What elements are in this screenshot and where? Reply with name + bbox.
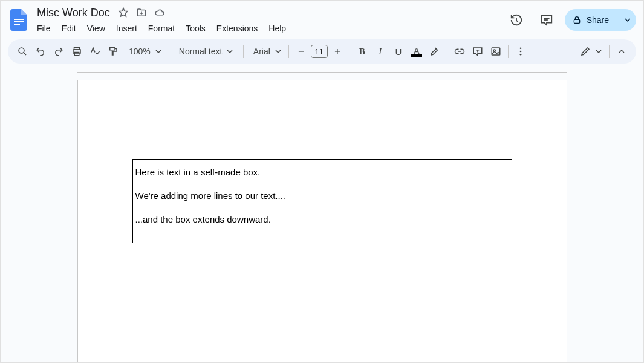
svg-point-18 (519, 47, 521, 49)
svg-point-19 (519, 51, 521, 53)
redo-icon[interactable] (50, 43, 67, 60)
svg-point-20 (519, 54, 521, 56)
insert-image-icon[interactable] (487, 43, 504, 60)
caret-down-icon (155, 48, 161, 54)
menu-tools[interactable]: Tools (181, 21, 210, 36)
collapse-toolbar-icon[interactable] (613, 43, 630, 60)
separator (350, 45, 350, 58)
title-area: Misc Work Doc File Edit View Insert Form… (32, 5, 291, 36)
caret-down-icon (596, 48, 602, 54)
increase-font-size[interactable] (329, 43, 346, 60)
text-line[interactable]: We're adding more lines to our text.... (135, 189, 509, 202)
svg-point-6 (19, 48, 24, 53)
text-box[interactable]: Here is text in a self-made box. We're a… (132, 159, 512, 243)
menu-extensions[interactable]: Extensions (212, 21, 262, 36)
comments-icon[interactable] (535, 8, 559, 32)
more-options-icon[interactable] (512, 43, 529, 60)
toolbar: 100% Normal text Arial B I U A (8, 39, 636, 64)
svg-rect-2 (14, 24, 20, 25)
underline-button[interactable]: U (390, 43, 407, 60)
search-menus-icon[interactable] (14, 43, 31, 60)
previous-page-fragment[interactable] (77, 72, 567, 73)
font-size-input[interactable] (311, 45, 328, 58)
menu-format[interactable]: Format (143, 21, 180, 36)
caret-down-icon (227, 48, 233, 54)
star-icon[interactable] (116, 5, 131, 20)
menubar: File Edit View Insert Format Tools Exten… (32, 20, 291, 36)
add-comment-icon[interactable] (469, 43, 486, 60)
document-title[interactable]: Misc Work Doc (34, 5, 112, 21)
paragraph-style-select[interactable]: Normal text (173, 43, 239, 60)
text-line[interactable]: ...and the box extends downward. (135, 213, 509, 226)
editing-mode-select[interactable] (574, 43, 605, 60)
separator (288, 45, 289, 58)
separator (609, 45, 610, 58)
zoom-select[interactable]: 100% (123, 43, 165, 60)
separator (508, 45, 509, 58)
bold-button[interactable]: B (354, 43, 371, 60)
svg-rect-1 (14, 21, 24, 22)
menu-help[interactable]: Help (264, 21, 291, 36)
header-actions: Share (504, 5, 636, 34)
svg-rect-5 (574, 19, 579, 23)
paint-format-icon[interactable] (105, 43, 122, 60)
italic-button[interactable]: I (372, 43, 389, 60)
svg-line-7 (24, 53, 26, 55)
toolbar-container: 100% Normal text Arial B I U A (1, 39, 643, 70)
undo-icon[interactable] (32, 43, 49, 60)
share-button[interactable]: Share (565, 9, 619, 31)
history-icon[interactable] (504, 8, 529, 32)
svg-rect-16 (492, 48, 500, 55)
text-color-button[interactable]: A (408, 43, 425, 60)
lock-icon (572, 15, 582, 25)
spellcheck-icon[interactable] (86, 43, 103, 60)
document-canvas[interactable]: Here is text in a self-made box. We're a… (1, 70, 643, 363)
cloud-status-icon[interactable] (152, 5, 167, 20)
menu-view[interactable]: View (82, 21, 110, 36)
pencil-icon (580, 46, 591, 57)
share-label: Share (587, 15, 609, 25)
insert-link-icon[interactable] (451, 43, 468, 60)
menu-edit[interactable]: Edit (57, 21, 81, 36)
decrease-font-size[interactable] (293, 43, 310, 60)
docs-logo[interactable] (8, 5, 30, 34)
svg-rect-0 (14, 19, 24, 20)
share-dropdown[interactable] (619, 9, 636, 31)
font-select[interactable]: Arial (247, 43, 285, 60)
menu-insert[interactable]: Insert (111, 21, 142, 36)
zoom-value: 100% (129, 47, 151, 56)
style-value: Normal text (179, 47, 223, 56)
print-icon[interactable] (68, 43, 85, 60)
separator (243, 45, 244, 58)
menu-file[interactable]: File (32, 21, 56, 36)
separator (169, 45, 169, 58)
text-line[interactable]: Here is text in a self-made box. (135, 166, 509, 178)
font-value: Arial (253, 47, 270, 56)
document-page[interactable]: Here is text in a self-made box. We're a… (77, 80, 567, 363)
move-folder-icon[interactable] (134, 5, 149, 20)
separator (447, 45, 447, 58)
app-header: Misc Work Doc File Edit View Insert Form… (1, 1, 643, 39)
caret-down-icon (275, 48, 281, 54)
caret-down-icon (625, 17, 631, 23)
highlight-button[interactable] (426, 43, 443, 60)
